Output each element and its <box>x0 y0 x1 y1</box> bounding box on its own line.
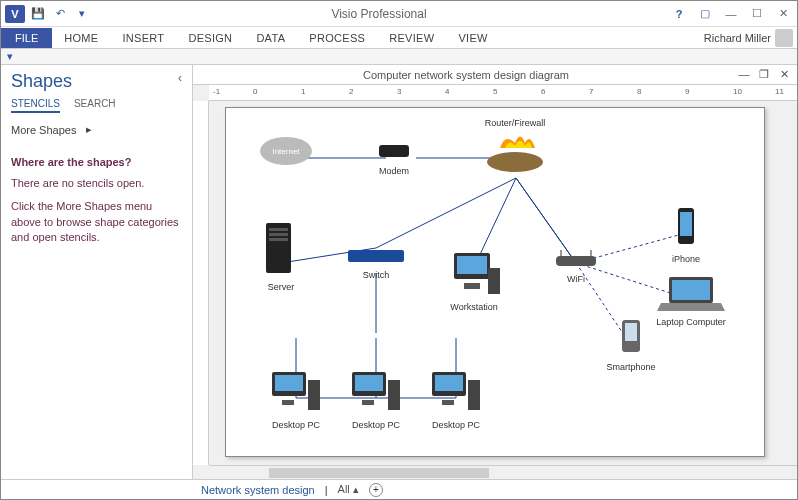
search-tab[interactable]: SEARCH <box>74 98 116 113</box>
where-heading: Where are the shapes? <box>11 156 182 168</box>
node-wifi[interactable]: WiFi <box>551 248 601 284</box>
svg-rect-21 <box>348 250 404 262</box>
svg-rect-30 <box>680 212 692 236</box>
node-smartphone[interactable]: Smartphone <box>606 318 656 372</box>
avatar-icon[interactable] <box>775 29 793 47</box>
svg-rect-32 <box>672 280 710 300</box>
close-icon[interactable]: ✕ <box>771 4 795 24</box>
stencils-tab[interactable]: STENCILS <box>11 98 60 113</box>
tab-process[interactable]: PROCESS <box>297 28 377 48</box>
user-label[interactable]: Richard Miller <box>704 29 797 47</box>
svg-rect-19 <box>269 233 288 236</box>
node-desktop-3[interactable]: Desktop PC <box>426 368 486 430</box>
drawing-page[interactable]: Internet Modem Router/Firewall Server <box>225 107 765 457</box>
svg-rect-20 <box>269 238 288 241</box>
maximize-icon[interactable]: ☐ <box>745 4 769 24</box>
tab-home[interactable]: HOME <box>52 28 110 48</box>
sidebar-collapse-icon[interactable]: ‹ <box>178 71 182 85</box>
svg-line-2 <box>376 178 516 248</box>
node-modem[interactable]: Modem <box>374 140 414 176</box>
file-tab[interactable]: FILE <box>1 28 52 48</box>
app-title: Visio Professional <box>91 7 667 21</box>
app-logo[interactable]: V <box>5 5 25 23</box>
doc-close-icon[interactable]: ✕ <box>775 68 793 81</box>
svg-rect-15 <box>379 145 409 157</box>
vertical-ruler <box>193 101 209 465</box>
help-icon[interactable]: ? <box>667 4 691 24</box>
doc-minimize-icon[interactable]: — <box>735 68 753 81</box>
node-switch[interactable]: Switch <box>346 248 406 280</box>
doc-restore-icon[interactable]: ❐ <box>755 68 773 81</box>
tab-insert[interactable]: INSERT <box>110 28 176 48</box>
tab-design[interactable]: DESIGN <box>176 28 244 48</box>
svg-rect-25 <box>488 268 500 294</box>
svg-rect-37 <box>275 375 303 391</box>
node-workstation[interactable]: Workstation <box>444 248 504 312</box>
hint-msg: Click the More Shapes menu above to brow… <box>11 199 182 245</box>
shapes-title: Shapes <box>11 71 182 92</box>
drawing-canvas[interactable]: Internet Modem Router/Firewall Server <box>209 101 797 465</box>
document-title: Computer network system design diagram <box>197 69 735 81</box>
horizontal-scrollbar[interactable] <box>209 465 797 479</box>
svg-rect-42 <box>362 400 374 405</box>
ribbon-expand-icon[interactable]: ▾ <box>7 50 13 63</box>
minimize-icon[interactable]: — <box>719 4 743 24</box>
add-page-button[interactable]: + <box>369 483 383 497</box>
tab-review[interactable]: REVIEW <box>377 28 446 48</box>
save-icon[interactable]: 💾 <box>29 5 47 23</box>
svg-rect-45 <box>435 375 463 391</box>
tab-view[interactable]: VIEW <box>446 28 499 48</box>
node-router[interactable]: Router/Firewall <box>480 116 550 178</box>
svg-point-16 <box>487 152 543 172</box>
horizontal-ruler: -1 0 1 2 3 4 5 6 7 8 9 10 11 <box>209 85 797 101</box>
qat-dropdown-icon[interactable]: ▾ <box>73 5 91 23</box>
svg-rect-26 <box>556 256 596 266</box>
undo-icon[interactable]: ↶ <box>51 5 69 23</box>
svg-marker-33 <box>657 303 725 311</box>
node-desktop-1[interactable]: Desktop PC <box>266 368 326 430</box>
ribbon-collapse-icon[interactable]: ▢ <box>693 4 717 24</box>
node-iphone[interactable]: iPhone <box>666 206 706 264</box>
svg-rect-47 <box>468 380 480 410</box>
no-stencils-msg: There are no stencils open. <box>11 176 182 191</box>
svg-rect-41 <box>355 375 383 391</box>
svg-rect-39 <box>308 380 320 410</box>
svg-rect-18 <box>269 228 288 231</box>
node-desktop-2[interactable]: Desktop PC <box>346 368 406 430</box>
chevron-right-icon: ▸ <box>86 123 92 136</box>
node-server[interactable]: Server <box>256 218 306 292</box>
page-tab-1[interactable]: Network system design <box>201 484 315 496</box>
node-internet[interactable]: Internet <box>256 133 316 171</box>
node-laptop[interactable]: Laptop Computer <box>651 273 731 327</box>
svg-rect-23 <box>457 256 487 274</box>
svg-rect-38 <box>282 400 294 405</box>
svg-rect-24 <box>464 283 480 289</box>
svg-rect-43 <box>388 380 400 410</box>
svg-rect-46 <box>442 400 454 405</box>
all-pages-button[interactable]: All ▴ <box>338 483 359 496</box>
tab-data[interactable]: DATA <box>244 28 297 48</box>
svg-rect-35 <box>625 323 637 341</box>
more-shapes-button[interactable]: More Shapes ▸ <box>11 123 182 136</box>
